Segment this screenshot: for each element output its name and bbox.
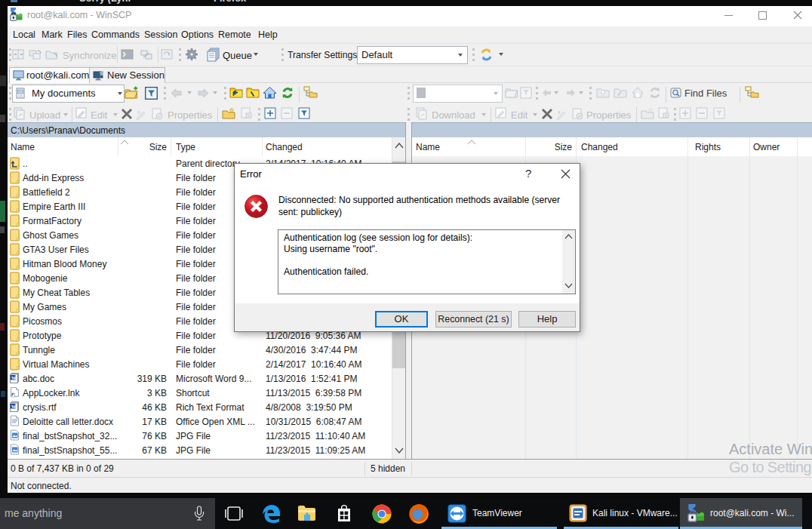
svg-text:W: W [11, 404, 17, 409]
svg-text:W: W [11, 375, 17, 380]
svg-text:x: x [558, 109, 561, 115]
svg-text:x: x [137, 109, 140, 115]
